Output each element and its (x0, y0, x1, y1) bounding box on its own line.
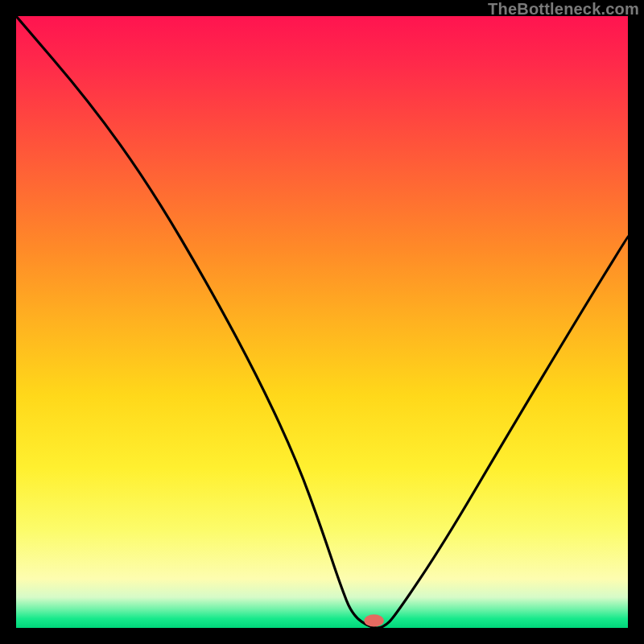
minimum-marker (364, 614, 383, 626)
plot-area (16, 16, 628, 628)
chart-svg (16, 16, 628, 628)
bottleneck-curve-path (16, 16, 628, 628)
chart-frame: TheBottleneck.com (0, 0, 644, 644)
